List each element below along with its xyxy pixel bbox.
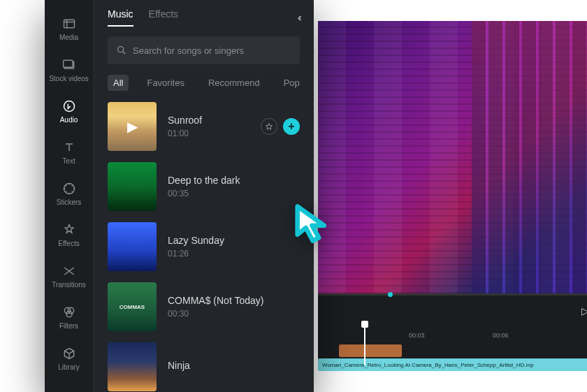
sidebar-item-audio[interactable]: Audio xyxy=(45,96,93,126)
sidebar-label: Text xyxy=(62,157,75,165)
track-item[interactable]: COMMAS COMMA$ (Not Today) 00:30 xyxy=(108,282,300,331)
stock-videos-icon xyxy=(62,58,76,72)
track-item[interactable]: Deep to the dark 00:35 xyxy=(108,162,300,211)
preview-controls: ▷ xyxy=(318,301,587,321)
audio-icon xyxy=(62,99,76,113)
favorite-button[interactable] xyxy=(261,118,277,135)
sidebar-label: Stock videos xyxy=(49,75,89,82)
filter-pop[interactable]: Pop xyxy=(278,75,305,91)
svg-point-4 xyxy=(64,184,74,194)
play-button[interactable]: ▷ xyxy=(581,305,587,317)
progress-handle[interactable] xyxy=(388,292,393,297)
track-thumbnail[interactable] xyxy=(108,222,157,271)
media-icon xyxy=(62,17,76,31)
sidebar-item-filters[interactable]: Filters xyxy=(45,303,93,333)
filter-all[interactable]: All xyxy=(108,75,129,91)
timeline-clips: Woman_Camera_Retro_Looking At Camera_By_… xyxy=(318,344,587,371)
text-icon xyxy=(62,140,76,154)
transitions-icon xyxy=(62,264,76,278)
sidebar-item-text[interactable]: Text xyxy=(45,138,93,168)
clip-label: Woman_Camera_Retro_Looking At Camera_By_… xyxy=(322,362,534,368)
preview-progress[interactable] xyxy=(318,293,587,296)
track-item[interactable]: ▶ Sunroof 01:00 + xyxy=(108,102,300,151)
sidebar-label: Transitions xyxy=(52,281,86,289)
track-duration: 01:26 xyxy=(168,249,300,259)
sidebar-item-library[interactable]: Library xyxy=(45,344,93,374)
sidebar-label: Stickers xyxy=(57,198,82,206)
cursor-pointer-icon xyxy=(294,203,332,245)
svg-point-3 xyxy=(64,101,74,112)
timeline[interactable]: 00:03 00:06 Woman_Camera_Retro_Looking A… xyxy=(318,321,587,371)
track-thumbnail[interactable] xyxy=(108,342,157,391)
timeline-clip[interactable]: Woman_Camera_Retro_Looking At Camera_By_… xyxy=(318,358,587,371)
sidebar-label: Media xyxy=(59,34,78,41)
track-info: Lazy Sunday 01:26 xyxy=(168,235,300,259)
audio-panel-window: Media Stock videos Audio Text Stickers E… xyxy=(45,0,314,392)
svg-point-8 xyxy=(118,47,124,52)
audio-panel: Music Effects ‹‹ All Favorites Recommend… xyxy=(94,0,314,392)
track-name: Lazy Sunday xyxy=(168,235,300,246)
track-name: Ninja xyxy=(168,360,300,371)
time-mark: 00:06 xyxy=(493,332,509,339)
filter-row: All Favorites Recommend Pop xyxy=(108,74,300,91)
filter-recommend[interactable]: Recommend xyxy=(203,75,266,91)
track-duration: 01:00 xyxy=(168,129,249,138)
track-thumbnail[interactable]: COMMAS xyxy=(108,282,157,331)
library-icon xyxy=(62,347,76,361)
sidebar-label: Library xyxy=(58,363,80,371)
sidebar-item-transitions[interactable]: Transitions xyxy=(45,261,93,291)
playhead[interactable] xyxy=(364,324,365,365)
play-icon: ▶ xyxy=(127,118,138,135)
track-info: Deep to the dark 00:35 xyxy=(168,175,300,198)
track-info: COMMA$ (Not Today) 00:30 xyxy=(168,295,300,319)
time-mark: 00:03 xyxy=(409,332,425,339)
track-name: Sunroof xyxy=(168,115,249,126)
sidebar-label: Filters xyxy=(59,322,78,330)
tab-effects[interactable]: Effects xyxy=(149,8,179,27)
effects-icon xyxy=(62,223,76,237)
filter-favorites[interactable]: Favorites xyxy=(141,75,189,91)
track-name: Deep to the dark xyxy=(168,175,300,186)
sidebar-item-stock-videos[interactable]: Stock videos xyxy=(45,55,93,85)
sidebar-item-media[interactable]: Media xyxy=(45,14,93,44)
left-sidebar: Media Stock videos Audio Text Stickers E… xyxy=(45,0,94,392)
track-duration: 00:30 xyxy=(168,309,300,319)
preview-viewport[interactable] xyxy=(318,21,587,293)
tab-music[interactable]: Music xyxy=(108,8,133,27)
search-icon xyxy=(116,45,127,56)
svg-rect-0 xyxy=(64,20,74,28)
track-item[interactable]: Lazy Sunday 01:26 xyxy=(108,222,300,271)
track-thumbnail[interactable]: ▶ xyxy=(108,102,157,151)
sidebar-item-effects[interactable]: Effects xyxy=(45,220,93,250)
track-duration: 00:35 xyxy=(168,189,300,198)
track-name: COMMA$ (Not Today) xyxy=(168,295,300,306)
svg-point-6 xyxy=(68,307,73,313)
stickers-icon xyxy=(62,182,76,196)
sidebar-label: Effects xyxy=(58,240,79,247)
timeline-clip[interactable] xyxy=(339,344,402,357)
search-bar[interactable] xyxy=(108,36,300,64)
filters-icon xyxy=(62,305,76,319)
track-thumbnail[interactable] xyxy=(108,162,157,211)
track-item[interactable]: Ninja xyxy=(108,342,300,391)
star-icon xyxy=(265,122,273,131)
sidebar-label: Audio xyxy=(60,116,78,124)
track-info: Sunroof 01:00 xyxy=(168,115,249,138)
svg-rect-2 xyxy=(63,60,72,67)
search-input[interactable] xyxy=(133,45,291,56)
track-info: Ninja xyxy=(168,360,300,374)
add-track-button[interactable]: + xyxy=(283,118,300,135)
collapse-panel-button[interactable]: ‹‹ xyxy=(298,12,300,23)
svg-point-7 xyxy=(66,311,71,317)
track-list: ▶ Sunroof 01:00 + Deep to the dark 00 xyxy=(108,102,300,391)
timeline-ruler[interactable]: 00:03 00:06 xyxy=(318,326,587,340)
preview-panel: ▷ 00:03 00:06 Woman_Camera_Retro_Looking… xyxy=(318,21,587,370)
sidebar-item-stickers[interactable]: Stickers xyxy=(45,179,93,209)
track-actions: + xyxy=(261,118,300,135)
panel-tabs: Music Effects ‹‹ xyxy=(108,8,300,27)
